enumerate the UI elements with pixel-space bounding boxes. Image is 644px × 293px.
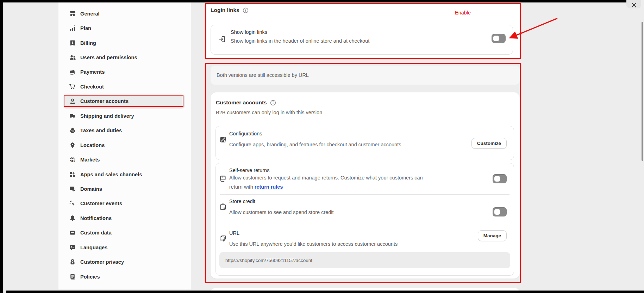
self-serve-returns-title: Self-serve returns [229, 167, 269, 173]
sidebar-item-payments[interactable]: Payments [63, 65, 185, 79]
sidebar-item-label: Apps and sales channels [80, 172, 142, 177]
url-description: Use this URL anywhere you’d like custome… [229, 239, 398, 249]
data-slot-icon [69, 229, 76, 236]
sidebar-item-label: Domains [80, 186, 102, 192]
screen-edge [6, 291, 644, 293]
login-enter-icon [218, 35, 226, 44]
info-icon[interactable] [270, 100, 276, 106]
sidebar-item-label: Notifications [80, 215, 112, 221]
sidebar-item-customer-privacy[interactable]: Customer privacy [63, 255, 185, 269]
sidebar-item-locations[interactable]: Locations [63, 138, 185, 152]
sidebar-item-markets[interactable]: $ Markets [63, 152, 185, 167]
policy-doc-icon [69, 273, 76, 280]
sidebar-item-customer-events[interactable]: Customer events [63, 196, 185, 211]
store-credit-title: Store credit [229, 199, 255, 204]
login-links-section: Login links Enable Show login links Show… [205, 3, 521, 59]
info-icon[interactable] [243, 7, 249, 13]
sidebar-item-plan[interactable]: Plan [63, 21, 185, 35]
svg-text:$: $ [71, 41, 73, 44]
show-login-links-toggle[interactable] [492, 34, 506, 43]
sidebar-item-taxes-and-duties[interactable]: % Taxes and duties [63, 123, 185, 138]
self-serve-returns-description: Allow customers to request and manage re… [229, 173, 423, 191]
show-login-links-description: Show login links in the header of online… [231, 38, 369, 44]
store-icon [69, 10, 76, 17]
sidebar-item-label: Payments [80, 69, 105, 75]
sidebar-item-customer-accounts[interactable]: Customer accounts [63, 94, 185, 109]
annotation-enable-label: Enable [455, 10, 471, 16]
click-spark-icon [69, 200, 76, 207]
bell-icon [69, 215, 76, 222]
sidebar-item-languages[interactable]: Aa Languages [63, 240, 185, 255]
customer-accounts-subtitle: B2B customers can only log in with this … [216, 110, 322, 115]
screen-edge [0, 0, 626, 2]
info-banner-text: Both versions are still accessible by UR… [217, 72, 309, 78]
close-icon [631, 2, 637, 8]
sidebar-item-label: Billing [80, 40, 96, 46]
account-url-field[interactable]: https://shopify.com/75609211157/account [219, 252, 510, 268]
sidebar-item-label: Custom data [80, 230, 112, 236]
domains-icon [69, 185, 76, 193]
customer-accounts-options-card: Self-serve returns Allow customers to re… [215, 163, 514, 276]
sidebar-item-label: Customer accounts [80, 98, 129, 104]
money-bag-icon: % [69, 127, 76, 134]
truck-icon [69, 112, 76, 120]
account-url-value: https://shopify.com/75609211157/account [225, 258, 312, 263]
store-credit-toggle[interactable] [493, 207, 507, 216]
settings-modal: General Plan $ Billing Users and permiss… [0, 0, 644, 293]
plan-chart-icon [69, 25, 76, 32]
svg-text:$: $ [74, 160, 75, 163]
sidebar-item-label: Plan [80, 25, 91, 31]
divider [220, 224, 509, 224]
sidebar-item-label: Markets [80, 157, 100, 163]
lock-icon [69, 258, 76, 265]
customer-accounts-section: Customer accounts B2B customers can only… [211, 92, 520, 279]
manage-button[interactable]: Manage [478, 230, 507, 241]
sidebar-item-label: Shipping and delivery [80, 113, 134, 119]
login-links-title: Login links [211, 7, 239, 13]
globe-dollar-icon: $ [69, 156, 76, 163]
self-serve-returns-toggle[interactable] [493, 174, 507, 183]
sidebar-item-label: Customer events [80, 201, 122, 206]
sidebar-item-domains[interactable]: Domains [63, 182, 185, 196]
scrollbar-thumb[interactable] [642, 22, 643, 161]
configurations-description: Configure apps, branding, and features f… [229, 140, 401, 149]
customize-button[interactable]: Customize [471, 138, 507, 149]
translate-icon: Aa [69, 244, 76, 251]
screen-edge [0, 0, 3, 293]
sidebar-item-users-and-permissions[interactable]: Users and permissions [63, 50, 185, 65]
svg-text:%: % [71, 129, 74, 133]
show-login-links-card: Show login links Show login links in the… [211, 25, 513, 55]
info-banner: Both versions are still accessible by UR… [211, 66, 520, 85]
toggle-knob [493, 36, 499, 41]
return-rules-link[interactable]: return rules [255, 184, 283, 190]
sidebar-item-shipping-and-delivery[interactable]: Shipping and delivery [63, 109, 185, 123]
sidebar-item-label: Locations [80, 142, 105, 148]
url-title: URL [229, 230, 239, 236]
customer-accounts-title: Customer accounts [216, 99, 267, 106]
sidebar-item-notifications[interactable]: Notifications [63, 211, 185, 225]
receipt-icon: $ [69, 39, 76, 47]
sidebar-item-label: Languages [80, 245, 107, 250]
sidebar-item-label: Users and permissions [80, 55, 137, 60]
sidebar-item-general[interactable]: General [63, 6, 185, 21]
sidebar-item-billing[interactable]: $ Billing [63, 36, 185, 50]
sidebar-item-label: Checkout [80, 84, 104, 90]
sidebar-item-policies[interactable]: Policies [63, 269, 185, 284]
self-serve-returns-icon [219, 175, 227, 184]
store-credit-icon [219, 203, 227, 212]
sidebar-item-custom-data[interactable]: Custom data [63, 226, 185, 240]
toggle-knob [494, 176, 500, 182]
apps-grid-icon [69, 171, 76, 178]
sidebar-item-checkout[interactable]: Checkout [63, 79, 185, 94]
url-pages-icon [219, 235, 227, 244]
toggle-knob [494, 209, 500, 215]
divider [220, 194, 509, 195]
cart-icon [69, 83, 76, 90]
sidebar-item-apps-and-sales-channels[interactable]: Apps and sales channels [63, 167, 185, 182]
show-login-links-title: Show login links [231, 29, 267, 35]
configurations-icon [219, 135, 227, 145]
sidebar-item-label: General [80, 11, 100, 17]
close-button[interactable] [626, 0, 641, 8]
configurations-card: Configurations Configure apps, branding,… [215, 126, 514, 160]
settings-sidebar: General Plan $ Billing Users and permiss… [58, 2, 191, 289]
